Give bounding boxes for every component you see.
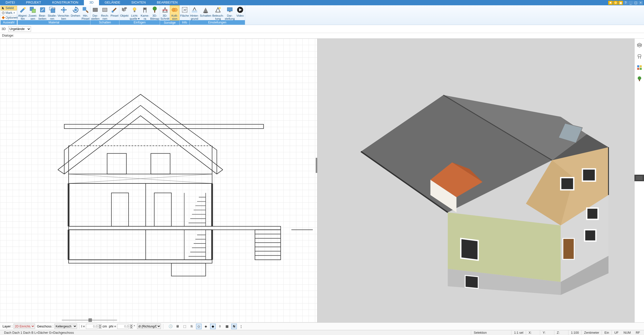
terrain-select[interactable]: Urgelände [8, 26, 31, 32]
tab-gelaende[interactable]: GELÄNDE [99, 0, 126, 5]
minimize-icon[interactable]: _ [628, 1, 633, 5]
snap4-icon[interactable]: ◊ [217, 324, 223, 329]
drehen-label: Drehen [71, 14, 80, 17]
svg-point-1 [3, 13, 4, 13]
zoom-slider[interactable] [62, 319, 117, 321]
snap1-icon[interactable]: ◇ [196, 324, 202, 329]
svg-rect-94 [563, 238, 574, 259]
layers-icon[interactable] [636, 42, 643, 49]
svg-point-107 [638, 76, 641, 80]
viewport-splitter[interactable] [316, 158, 317, 173]
skalieren-button[interactable]: Skalie- ren [47, 5, 57, 20]
mode-label: 3D [2, 27, 6, 31]
skalieren-icon [48, 6, 56, 14]
tab-3d[interactable]: 3D [84, 0, 99, 5]
tab-bearbeiten[interactable]: BEARBEITEN [151, 0, 183, 5]
tab-datei[interactable]: DATEI [0, 0, 20, 5]
info-icon[interactable]: ¦ [238, 324, 244, 329]
3d-schnitt-button[interactable]: 3D- Schnitt [160, 5, 170, 20]
rechnen-button[interactable]: Rech- nen [100, 5, 110, 20]
verschieben-button[interactable]: Verschie- ben [57, 5, 70, 20]
palette-icon[interactable] [636, 64, 643, 71]
close-icon[interactable]: × [638, 1, 643, 5]
svg-point-15 [133, 8, 136, 11]
svg-rect-9 [74, 9, 77, 11]
snap2-icon[interactable]: ◈ [203, 324, 209, 329]
layer-select[interactable]: 2D Einrichtu [14, 324, 35, 329]
tab-sichten[interactable]: SICHTEN [126, 0, 151, 5]
skalieren-label: Skalie- ren [48, 14, 57, 20]
kamera-icon [141, 6, 149, 14]
darstellung-button[interactable]: Dar- stellung [224, 5, 235, 20]
lichtquelle-button[interactable]: Licht- quelle ▾ [129, 5, 140, 20]
hin-pinsel-button[interactable]: Hin. Pinsel [81, 5, 90, 20]
bearbeiten-button[interactable]: Bear- beiten [38, 5, 47, 20]
options-tool[interactable]: Optionen [1, 15, 17, 20]
darstellen-label: Dar- stellen [91, 14, 100, 20]
verschieben-icon [60, 6, 68, 14]
geschoss-select[interactable]: Kellergesch [54, 324, 77, 329]
2d-viewport[interactable] [0, 39, 317, 322]
history-icon[interactable]: 🕓 [168, 324, 173, 329]
video-button[interactable]: Video [235, 5, 245, 20]
mark-tool[interactable]: Mark.▾ [1, 11, 17, 15]
group-label-info: Info [180, 20, 189, 25]
dialog-bar: Dialoge: [0, 33, 644, 39]
phi-spinner[interactable]: ▲▼ [130, 324, 133, 329]
hintergrund-button[interactable]: Hinter- grund [190, 5, 200, 20]
status-uf: UF [612, 330, 621, 335]
schatten-einst-label: Schatten [200, 14, 211, 17]
chair-icon[interactable] [636, 53, 643, 60]
right-dock [634, 39, 644, 322]
objekt-button[interactable]: Objekt [119, 5, 129, 20]
group-icon[interactable]: ⬚ [182, 324, 187, 329]
svg-point-19 [153, 7, 157, 11]
darstellen-button[interactable]: Dar- stellen [90, 5, 100, 20]
group-label-schatten: Schatten [90, 20, 119, 25]
tools-icon[interactable]: ✖ [608, 1, 613, 5]
tab-projekt[interactable]: PROJEKT [20, 0, 47, 5]
geschoss-label: Geschoss : [37, 324, 53, 328]
flaeche-button[interactable]: m²Fläche [180, 5, 189, 20]
pinsel-button[interactable]: Pinsel [110, 5, 119, 20]
beleuchtung-button[interactable]: Beleuch- tung [212, 5, 224, 20]
phi-input[interactable] [117, 324, 129, 329]
zuweisen-button[interactable]: Zuwei- sen [28, 5, 38, 20]
grid-icon[interactable]: ▦ [224, 324, 230, 329]
3d-bitmap-button[interactable]: 3D- Bitmap [150, 5, 160, 20]
hin-pinsel-label: Hin. Pinsel [82, 14, 89, 20]
3d-schnitt-label: 3D- Schnitt [160, 14, 169, 20]
svg-rect-11 [93, 8, 98, 12]
kamera-button[interactable]: Kame- ra [140, 5, 150, 20]
dl-select[interactable]: dl (Richtung/Di [137, 324, 161, 329]
svg-point-14 [124, 7, 127, 9]
screen-icon[interactable]: 🖥 [175, 324, 180, 329]
svg-point-28 [219, 7, 221, 9]
snap3-icon[interactable]: ◆ [210, 324, 216, 329]
maximize-icon[interactable]: ▢ [633, 1, 638, 5]
status-bar: Dach Dach 1 Dach B L=Dächer G=Dachgescho… [0, 330, 644, 335]
tab-konstruktion[interactable]: KONSTRUKTION [47, 0, 84, 5]
rechnen-icon [101, 6, 109, 14]
3d-viewport[interactable] [317, 39, 635, 322]
video-icon [236, 6, 244, 14]
svg-rect-36 [151, 154, 170, 174]
window-icon[interactable]: ▣ [618, 1, 623, 5]
abgreifen-button[interactable]: Abgrei- fen [18, 5, 28, 20]
schatten-einst-button[interactable]: Schatten [199, 5, 212, 20]
dock-handle[interactable] [634, 175, 644, 181]
copy-icon[interactable]: ⎘ [189, 324, 195, 329]
tree-icon[interactable] [636, 75, 643, 82]
drehen-button[interactable]: Drehen [70, 5, 81, 20]
flaeche-icon: m² [181, 6, 188, 14]
bearbeiten-icon [39, 6, 46, 14]
l-input[interactable] [86, 324, 98, 329]
settings-icon[interactable]: ⚙ [613, 1, 618, 5]
select-tool[interactable]: Selekt [1, 6, 17, 10]
l-spinner[interactable]: ▲▼ [99, 324, 102, 329]
lichtquelle-label: Licht- quelle ▾ [130, 14, 140, 20]
help-icon[interactable]: ? [623, 1, 628, 5]
lichtquelle-icon [131, 6, 138, 14]
n-icon[interactable]: N [231, 324, 237, 329]
kollision-button[interactable]: Kolli- sion [170, 5, 179, 20]
